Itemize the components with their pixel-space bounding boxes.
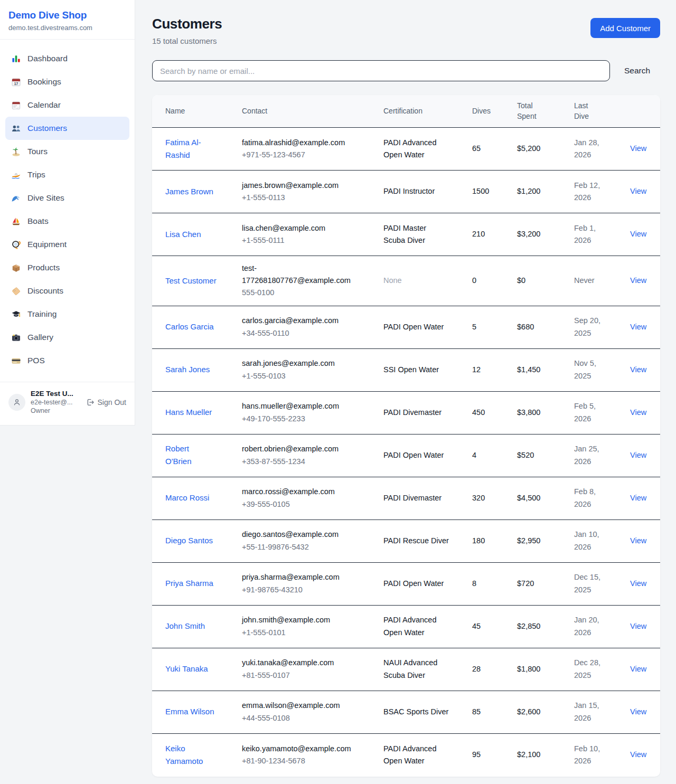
customer-name-link[interactable]: Marco Rossi	[165, 492, 209, 504]
cell-certification: PADI Master Scuba Diver	[383, 222, 472, 247]
customer-phone: +44-555-0108	[242, 712, 383, 724]
customer-name-link[interactable]: Fatima Al-Rashid	[165, 136, 217, 162]
sailboat-icon	[11, 216, 21, 226]
customer-last-dive: Jan 10, 2026	[574, 528, 608, 553]
cell-last-dive: Feb 10, 2026	[574, 743, 630, 767]
sidebar-item-trips[interactable]: Trips	[5, 163, 129, 186]
cell-name: Yuki Tanaka	[165, 663, 242, 675]
cell-contact: diego.santos@example.com +55-11-99876-54…	[242, 528, 383, 553]
view-customer-link[interactable]: View	[630, 365, 646, 374]
customer-email: yuki.tanaka@example.com	[242, 657, 358, 669]
cell-total-spent: $2,950	[517, 535, 574, 547]
view-customer-link[interactable]: View	[630, 579, 646, 588]
add-customer-button[interactable]: Add Customer	[590, 18, 660, 38]
view-customer-link[interactable]: View	[630, 494, 646, 502]
customer-phone: +81-555-0107	[242, 669, 383, 682]
sidebar-item-gallery[interactable]: Gallery	[5, 326, 129, 349]
cell-name: Fatima Al-Rashid	[165, 136, 242, 162]
customer-name-link[interactable]: John Smith	[165, 620, 205, 632]
sidebar-item-pos[interactable]: POS	[5, 349, 129, 372]
table-row: Diego Santos diego.santos@example.com +5…	[152, 520, 660, 563]
customer-name-link[interactable]: James Brown	[165, 185, 213, 198]
view-customer-link[interactable]: View	[630, 323, 646, 331]
cell-certification: PADI Advanced Open Water	[383, 743, 472, 767]
cell-last-dive: Jan 20, 2026	[574, 614, 630, 638]
sidebar-item-label: Calendar	[27, 100, 61, 110]
table-row: Marco Rossi marco.rossi@example.com +39-…	[152, 477, 660, 520]
customer-name-link[interactable]: Emma Wilson	[165, 705, 214, 718]
view-customer-link[interactable]: View	[630, 230, 646, 238]
sidebar-item-label: Tours	[27, 147, 48, 156]
search-input[interactable]	[152, 60, 610, 81]
customer-name-link[interactable]: Test Customer	[165, 275, 217, 287]
table-row: John Smith john.smith@example.com +1-555…	[152, 606, 660, 648]
customer-name-link[interactable]: Robert O'Brien	[165, 442, 217, 468]
cell-contact: emma.wilson@example.com +44-555-0108	[242, 700, 383, 724]
sidebar-item-equipment[interactable]: Equipment	[5, 233, 129, 256]
customer-certification: PADI Advanced Open Water	[383, 137, 449, 161]
column-header-last-dive: Last Dive	[574, 101, 630, 121]
person-icon	[13, 398, 21, 407]
cell-total-spent: $1,200	[517, 185, 574, 197]
cell-view: View	[630, 228, 660, 240]
customer-phone: +55-11-99876-5432	[242, 541, 383, 553]
view-customer-link[interactable]: View	[630, 187, 646, 195]
cell-name: Hans Mueller	[165, 406, 242, 419]
customer-email: priya.sharma@example.com	[242, 571, 358, 583]
column-header-name: Name	[165, 106, 242, 117]
view-customer-link[interactable]: View	[630, 622, 646, 630]
cell-name: Sarah Jones	[165, 363, 242, 376]
view-customer-link[interactable]: View	[630, 707, 646, 716]
customer-last-dive: Nov 5, 2025	[574, 357, 608, 382]
sidebar-item-tours[interactable]: Tours	[5, 140, 129, 163]
cell-certification: NAUI Advanced Scuba Diver	[383, 657, 472, 681]
customer-phone: +91-98765-43210	[242, 584, 383, 596]
customer-name-link[interactable]: Keiko Yamamoto	[165, 742, 217, 768]
customer-email: diego.santos@example.com	[242, 528, 358, 541]
sidebar-item-dashboard[interactable]: Dashboard	[5, 47, 129, 70]
customer-email: robert.obrien@example.com	[242, 443, 358, 455]
table-row: Sarah Jones sarah.jones@example.com +1-5…	[152, 349, 660, 392]
cell-total-spent: $680	[517, 321, 574, 333]
sign-out-button[interactable]: Sign Out	[86, 398, 126, 407]
sidebar-item-products[interactable]: Products	[5, 256, 129, 279]
view-customer-link[interactable]: View	[630, 451, 646, 459]
sidebar-item-training[interactable]: Training	[5, 303, 129, 326]
customer-name-link[interactable]: Priya Sharma	[165, 577, 213, 590]
cell-contact: priya.sharma@example.com +91-98765-43210	[242, 571, 383, 596]
search-button[interactable]: Search	[624, 66, 650, 75]
customer-last-dive: Dec 15, 2025	[574, 571, 608, 596]
sidebar-item-calendar[interactable]: Calendar	[5, 93, 129, 117]
customer-certification: PADI Divemaster	[383, 407, 442, 419]
sidebar-item-discounts[interactable]: Discounts	[5, 279, 129, 303]
sidebar-item-label: Customers	[27, 124, 67, 133]
customer-name-link[interactable]: Sarah Jones	[165, 363, 210, 376]
table-header-row: Name Contact Certification Dives Total S…	[152, 95, 660, 128]
customer-name-link[interactable]: Hans Mueller	[165, 406, 212, 419]
sidebar-item-dive-sites[interactable]: Dive Sites	[5, 186, 129, 210]
customer-last-dive: Jan 28, 2026	[574, 137, 608, 161]
customers-icon	[11, 123, 21, 134]
sidebar-item-customers[interactable]: Customers	[5, 117, 129, 140]
sidebar-item-bookings[interactable]: 17 Bookings	[5, 70, 129, 93]
customer-name-link[interactable]: Diego Santos	[165, 534, 213, 547]
customer-name-link[interactable]: Yuki Tanaka	[165, 663, 208, 675]
table-row: Emma Wilson emma.wilson@example.com +44-…	[152, 691, 660, 734]
view-customer-link[interactable]: View	[630, 665, 646, 673]
table-row: Robert O'Brien robert.obrien@example.com…	[152, 434, 660, 477]
view-customer-link[interactable]: View	[630, 408, 646, 417]
customer-name-link[interactable]: Carlos Garcia	[165, 320, 214, 333]
sidebar-item-boats[interactable]: Boats	[5, 210, 129, 233]
cell-total-spent: $5,200	[517, 143, 574, 155]
view-customer-link[interactable]: View	[630, 750, 646, 759]
view-customer-link[interactable]: View	[630, 276, 646, 285]
view-customer-link[interactable]: View	[630, 144, 646, 153]
view-customer-link[interactable]: View	[630, 536, 646, 545]
cell-total-spent: $3,200	[517, 228, 574, 240]
customer-last-dive: Feb 10, 2026	[574, 743, 608, 767]
cell-name: Marco Rossi	[165, 492, 242, 504]
cell-dives: 180	[472, 535, 517, 547]
cell-certification: PADI Rescue Diver	[383, 535, 472, 547]
customer-phone: +81-90-1234-5678	[242, 755, 383, 767]
customer-name-link[interactable]: Lisa Chen	[165, 228, 201, 241]
